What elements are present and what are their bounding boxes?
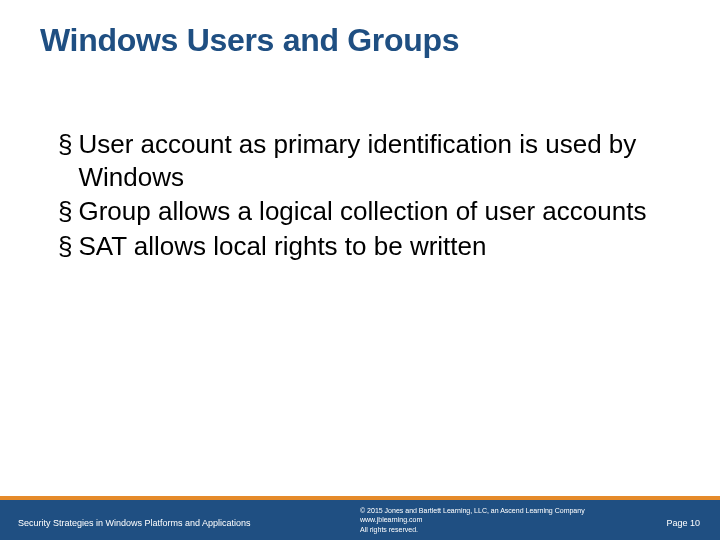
copyright-line: www.jblearning.com: [360, 515, 585, 524]
list-item: § User account as primary identification…: [58, 128, 660, 193]
copyright-line: All rights reserved.: [360, 525, 585, 534]
bullet-icon: §: [58, 195, 72, 228]
bullet-icon: §: [58, 128, 72, 161]
list-item: § Group allows a logical collection of u…: [58, 195, 660, 228]
list-item: § SAT allows local rights to be written: [58, 230, 660, 263]
footer-source: Security Strategies in Windows Platforms…: [18, 518, 251, 528]
bullet-text: User account as primary identification i…: [78, 128, 660, 193]
bullet-text: Group allows a logical collection of use…: [78, 195, 646, 228]
bullet-icon: §: [58, 230, 72, 263]
footer-copyright: © 2015 Jones and Bartlett Learning, LLC,…: [360, 506, 585, 534]
slide-footer: Security Strategies in Windows Platforms…: [0, 494, 720, 540]
bullet-list: § User account as primary identification…: [58, 128, 660, 264]
copyright-line: © 2015 Jones and Bartlett Learning, LLC,…: [360, 506, 585, 515]
slide: Windows Users and Groups § User account …: [0, 0, 720, 540]
footer-bar: Security Strategies in Windows Platforms…: [0, 500, 720, 540]
slide-title: Windows Users and Groups: [40, 22, 459, 59]
bullet-text: SAT allows local rights to be written: [78, 230, 486, 263]
page-number: Page 10: [666, 518, 700, 528]
